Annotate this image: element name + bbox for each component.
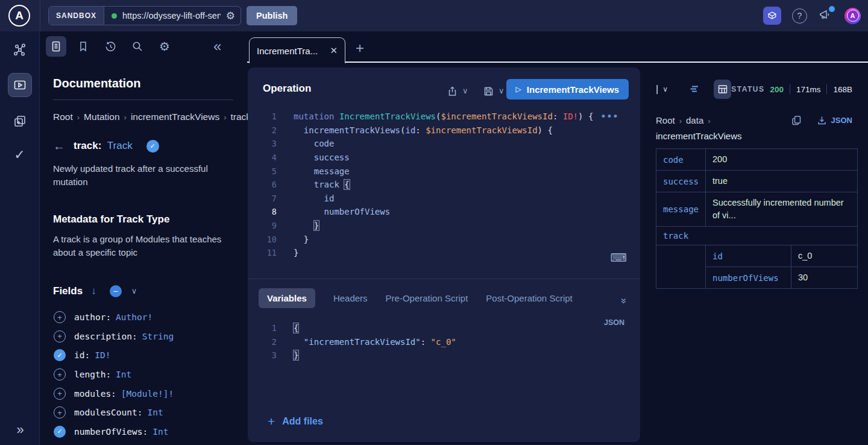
publish-button[interactable]: Publish xyxy=(247,6,297,25)
share-dropdown-caret-icon[interactable]: ∨ xyxy=(462,86,468,95)
copy-response-button[interactable] xyxy=(791,115,802,126)
field-name-link[interactable]: length: xyxy=(74,370,111,379)
field-add-icon[interactable]: + xyxy=(54,388,66,400)
code-line-11[interactable]: 11} xyxy=(248,246,640,260)
history-button[interactable] xyxy=(100,36,121,57)
field-name-link[interactable]: modulesCount: xyxy=(74,408,143,417)
checks-nav-button[interactable]: ✓ xyxy=(14,147,25,163)
code-line-1[interactable]: 1{ xyxy=(248,321,640,335)
schema-graph-button[interactable] xyxy=(12,42,28,58)
field-add-icon[interactable]: + xyxy=(54,330,66,342)
operation-panel: Operation ∨ ∨ ▷ IncrementTrackViews 1mut… xyxy=(248,68,640,442)
status-label: STATUS xyxy=(731,85,764,93)
code-line-2[interactable]: 2 "incrementTrackViewsId": "c_0" xyxy=(248,335,640,349)
code-line-5[interactable]: 5 message xyxy=(248,164,640,178)
variables-editor[interactable]: 1{2 "incrementTrackViewsId": "c_0"3} xyxy=(248,321,640,362)
expand-rail-button[interactable]: » xyxy=(16,422,22,438)
code-line-4[interactable]: 4 success xyxy=(248,151,640,165)
field-type-link[interactable]: Author! xyxy=(116,312,153,322)
user-avatar[interactable]: A xyxy=(844,8,861,24)
help-button[interactable]: ? xyxy=(792,8,807,24)
back-arrow-icon[interactable]: ← xyxy=(53,139,65,153)
breadcrumb-item-Root[interactable]: Root xyxy=(656,115,675,125)
code-line-6[interactable]: 6 track { xyxy=(248,178,640,192)
apollo-logo[interactable]: A xyxy=(8,5,30,27)
copy-icon xyxy=(791,115,802,126)
code-line-1[interactable]: 1mutation IncrementTrackViews($increment… xyxy=(248,110,640,124)
code-line-2[interactable]: 2 incrementTrackViews(id: $incrementTrac… xyxy=(248,124,640,137)
breadcrumb-item-Mutation[interactable]: Mutation xyxy=(84,112,119,122)
code-line-7[interactable]: 7 id xyxy=(248,192,640,206)
tree-view-toggle[interactable] xyxy=(688,83,700,95)
collapse-dots-icon[interactable]: ••• xyxy=(601,112,619,121)
field-name-link[interactable]: description: xyxy=(74,332,137,341)
line-content: } xyxy=(294,235,309,244)
field-name-link[interactable]: id: xyxy=(74,350,90,360)
field-type-link[interactable]: ID! xyxy=(95,350,110,360)
response-view-selector[interactable]: | ∨ xyxy=(656,84,668,95)
field-type-link[interactable]: Track xyxy=(107,140,133,151)
tab-post-operation-script[interactable]: Post-Operation Script xyxy=(486,288,572,308)
code-line-8[interactable]: 8 numberOfViews xyxy=(248,205,640,219)
table-view-toggle[interactable] xyxy=(714,80,731,99)
line-number: 3 xyxy=(248,139,277,148)
save-dropdown-caret-icon[interactable]: ∨ xyxy=(498,86,505,95)
field-name-link[interactable]: numberOfViews: xyxy=(74,427,148,437)
add-files-button[interactable]: + Add files xyxy=(268,414,323,429)
field-add-icon[interactable]: + xyxy=(54,406,66,418)
breadcrumb-item-data[interactable]: data xyxy=(686,115,703,125)
documentation-tool-button[interactable] xyxy=(46,36,66,57)
changelog-nav-button[interactable] xyxy=(12,113,28,129)
save-operation-button[interactable] xyxy=(483,86,494,97)
download-json-button[interactable]: JSON xyxy=(817,115,852,125)
keyboard-shortcuts-icon[interactable]: ⌨ xyxy=(611,251,627,265)
breadcrumb-item-incrementTrackViews[interactable]: incrementTrackViews xyxy=(131,112,219,122)
breadcrumb-item-Root[interactable]: Root xyxy=(53,112,73,122)
collapse-panel-icon[interactable]: « xyxy=(213,36,221,57)
table-grid-icon xyxy=(717,84,728,95)
close-tab-icon[interactable]: ✕ xyxy=(326,45,338,56)
new-tab-button[interactable]: + xyxy=(356,40,364,57)
tab-variables[interactable]: Variables xyxy=(259,288,315,308)
sort-descending-icon[interactable]: ↓ xyxy=(91,285,96,297)
field-type-link[interactable]: Int xyxy=(148,408,163,417)
field-name-link[interactable]: modules: xyxy=(74,389,116,399)
explorer-nav-button[interactable] xyxy=(8,73,32,97)
field-selected-check-icon[interactable]: ✓ xyxy=(54,426,66,438)
line-number: 9 xyxy=(248,221,277,230)
sandbox-mode-button[interactable] xyxy=(763,7,781,25)
field-selected-badge[interactable]: ✓ xyxy=(146,140,159,153)
collapse-section-icon[interactable]: » xyxy=(617,298,629,302)
deselect-all-button[interactable]: − xyxy=(110,285,122,297)
field-type-link[interactable]: Int xyxy=(153,427,168,437)
field-type-link[interactable]: Int xyxy=(116,370,131,379)
endpoint-url-input[interactable]: https://odyssey-lift-off-serv xyxy=(122,11,221,21)
breadcrumb-item-track[interactable]: track xyxy=(231,112,248,122)
saved-operations-button[interactable] xyxy=(73,36,93,57)
fields-dropdown-caret-icon[interactable]: ∨ xyxy=(131,286,137,295)
run-operation-button[interactable]: ▷ IncrementTrackViews xyxy=(506,79,629,99)
tab-pre-operation-script[interactable]: Pre-Operation Script xyxy=(386,288,468,308)
tab-headers[interactable]: Headers xyxy=(333,288,368,308)
field-type-link[interactable]: [Module!]! xyxy=(121,389,174,399)
endpoint-bar[interactable]: SANDBOX https://odyssey-lift-off-serv ⚙ xyxy=(48,6,241,25)
code-token xyxy=(294,221,314,230)
field-selected-check-icon[interactable]: ✓ xyxy=(54,349,66,361)
announcements-button[interactable] xyxy=(818,8,834,24)
fields-heading: Fields xyxy=(53,285,83,297)
field-type-link[interactable]: String xyxy=(142,332,174,341)
field-add-icon[interactable]: + xyxy=(54,368,66,380)
endpoint-settings-icon[interactable]: ⚙ xyxy=(221,10,241,22)
field-add-icon[interactable]: + xyxy=(54,311,66,323)
code-line-3[interactable]: 3 code xyxy=(248,137,640,151)
field-name-link[interactable]: author: xyxy=(74,312,111,322)
code-line-3[interactable]: 3} xyxy=(248,349,640,362)
code-line-9[interactable]: 9 } xyxy=(248,219,640,233)
operation-tab[interactable]: IncrementTra... ✕ xyxy=(249,37,345,63)
operation-editor[interactable]: 1mutation IncrementTrackViews($increment… xyxy=(248,110,640,260)
explorer-settings-button[interactable]: ⚙ xyxy=(154,36,175,57)
code-line-10[interactable]: 10 } xyxy=(248,232,640,246)
breadcrumb-separator: › xyxy=(708,116,710,125)
share-operation-button[interactable] xyxy=(447,86,458,97)
search-button[interactable] xyxy=(127,36,148,57)
